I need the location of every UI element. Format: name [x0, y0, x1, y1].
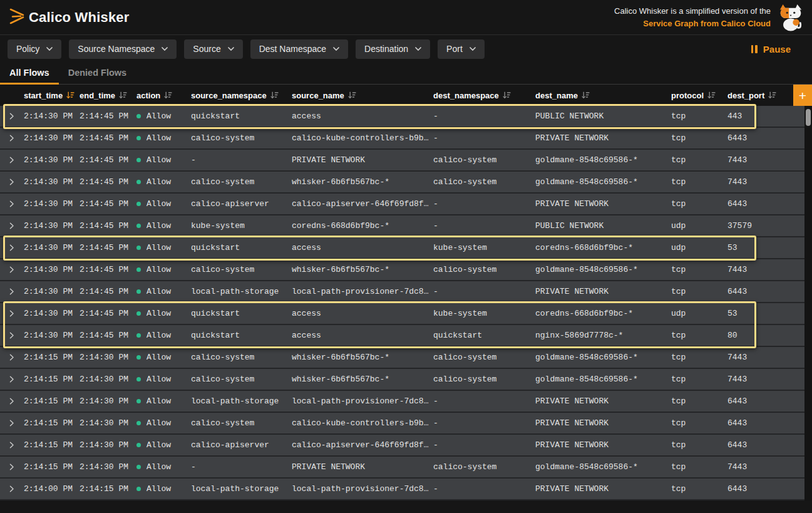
cell-action: Allow [136, 375, 191, 384]
tagline-text: Calico Whisker is a simplified version o… [614, 5, 771, 18]
cell-start-time: 2:14:30 PM [24, 309, 80, 318]
table-row[interactable]: 2:14:15 PM2:14:30 PMAllowcalico-systemwh… [0, 369, 804, 391]
expand-chevron-icon[interactable] [0, 113, 24, 120]
cell-action: Allow [136, 353, 191, 362]
expand-chevron-icon[interactable] [0, 179, 24, 185]
cell-dest-name: goldmane-8548c69586-* [535, 265, 671, 274]
cell-dest-port: 6443 [727, 440, 804, 450]
expand-chevron-icon[interactable] [0, 266, 24, 273]
filter-button-destination[interactable]: Destination [356, 39, 430, 59]
expand-chevron-icon[interactable] [0, 157, 24, 163]
cell-dest-port: 7443 [727, 353, 804, 362]
cell-source-namespace: local-path-storage [191, 287, 292, 296]
column-header-source-name[interactable]: source_name [292, 91, 433, 100]
expand-chevron-icon[interactable] [0, 332, 24, 339]
expand-chevron-icon[interactable] [0, 200, 24, 207]
tab-denied-flows[interactable]: Denied Flows [59, 63, 136, 85]
column-header-end-time[interactable]: end_time [80, 91, 136, 100]
table-row[interactable]: 2:14:30 PM2:14:45 PMAllowcalico-systemwh… [0, 259, 804, 281]
column-header-source-namespace[interactable]: source_namespace [191, 91, 292, 100]
sort-icon [119, 91, 127, 99]
table-row[interactable]: 2:14:30 PM2:14:45 PMAllowquickstartacces… [0, 303, 804, 325]
app-root: Calico Whisker Calico Whisker is a simpl… [0, 0, 812, 513]
brand: Calico Whisker [9, 7, 130, 28]
table-row[interactable]: 2:14:30 PM2:14:45 PMAllowlocal-path-stor… [0, 281, 804, 303]
column-header-dest-namespace[interactable]: dest_namespace [433, 91, 535, 100]
table-row[interactable]: 2:14:15 PM2:14:30 PMAllowcalico-apiserve… [0, 435, 804, 457]
cell-protocol: tcp [671, 331, 727, 340]
cell-dest-name: goldmane-8548c69586-* [535, 155, 671, 165]
cell-dest-name: PRIVATE NETWORK [535, 418, 671, 428]
allow-status-dot [136, 202, 141, 206]
allow-status-dot [136, 399, 141, 403]
filter-button-policy[interactable]: Policy [8, 39, 61, 59]
filter-button-source-namespace[interactable]: Source Namespace [69, 39, 177, 59]
table-row[interactable]: 2:14:30 PM2:14:45 PMAllowquickstartacces… [0, 237, 804, 259]
column-header-dest-name[interactable]: dest_name [535, 91, 671, 100]
cell-action: Allow [136, 177, 191, 187]
add-column-button[interactable]: + [793, 85, 812, 106]
table-row[interactable]: 2:14:30 PM2:14:45 PMAllowquickstartacces… [0, 325, 804, 347]
cell-end-time: 2:14:45 PM [80, 309, 136, 318]
cell-protocol: tcp [671, 462, 727, 472]
table-row[interactable]: 2:14:15 PM2:14:30 PMAllowcalico-systemca… [0, 413, 804, 435]
allow-status-dot [136, 180, 141, 184]
expand-chevron-icon[interactable] [0, 244, 24, 251]
column-header-action[interactable]: action [136, 91, 191, 100]
sort-icon [66, 91, 75, 99]
cell-dest-name: PRIVATE NETWORK [535, 396, 671, 406]
table-row[interactable]: 2:14:00 PM2:14:15 PMAllowlocal-path-stor… [0, 479, 804, 500]
expand-chevron-icon[interactable] [0, 354, 24, 361]
expand-chevron-icon[interactable] [0, 310, 24, 317]
expand-chevron-icon[interactable] [0, 420, 24, 427]
cell-start-time: 2:14:15 PM [24, 462, 80, 472]
table-row[interactable]: 2:14:30 PM2:14:45 PMAllowcalico-systemwh… [0, 172, 804, 194]
expand-chevron-icon[interactable] [0, 288, 24, 295]
expand-chevron-icon[interactable] [0, 222, 24, 229]
column-label: protocol [671, 91, 704, 100]
expand-chevron-icon[interactable] [0, 135, 24, 142]
cell-dest-port: 80 [727, 331, 804, 340]
cell-source-name: coredns-668d6bf9bc-* [292, 221, 433, 231]
cell-dest-name: PUBLIC NETWORK [535, 111, 671, 121]
cell-dest-port: 6443 [727, 133, 804, 143]
cell-source-name: local-path-provisioner-7dc8… [292, 484, 433, 494]
cell-action: Allow [136, 287, 191, 296]
tab-all-flows[interactable]: All Flows [0, 63, 59, 85]
expand-chevron-icon[interactable] [0, 485, 24, 492]
sort-icon [503, 91, 511, 99]
table-row[interactable]: 2:14:30 PM2:14:45 PMAllow-PRIVATE NETWOR… [0, 150, 804, 172]
table-row[interactable]: 2:14:15 PM2:14:30 PMAllow-PRIVATE NETWOR… [0, 457, 804, 479]
column-header-start-time[interactable]: start_time [24, 91, 80, 100]
sort-icon [164, 91, 172, 99]
cell-protocol: tcp [671, 287, 727, 296]
column-header-protocol[interactable]: protocol [671, 91, 727, 100]
column-label: source_namespace [191, 91, 267, 100]
column-label: action [136, 91, 160, 100]
table-row[interactable]: 2:14:30 PM2:14:45 PMAllowquickstartacces… [0, 106, 804, 128]
table-row[interactable]: 2:14:15 PM2:14:30 PMAllowcalico-systemwh… [0, 347, 804, 369]
service-graph-link[interactable]: Service Graph from Calico Cloud [614, 18, 771, 30]
cell-protocol: tcp [671, 440, 727, 450]
scrollbar-thumb[interactable] [806, 109, 811, 126]
chevron-down-icon [470, 47, 476, 51]
vertical-scrollbar[interactable] [804, 106, 812, 500]
pause-button[interactable]: Pause [748, 43, 794, 55]
cell-dest-namespace: calico-system [433, 265, 535, 274]
filter-button-port[interactable]: Port [438, 39, 485, 59]
cell-end-time: 2:14:30 PM [80, 353, 136, 362]
expand-chevron-icon[interactable] [0, 442, 24, 448]
table-row[interactable]: 2:14:30 PM2:14:45 PMAllowcalico-systemca… [0, 128, 804, 150]
expand-chevron-icon[interactable] [0, 464, 24, 470]
table-row[interactable]: 2:14:30 PM2:14:45 PMAllowkube-systemcore… [0, 215, 804, 237]
table-row[interactable]: 2:14:30 PM2:14:45 PMAllowcalico-apiserve… [0, 194, 804, 215]
expand-chevron-icon[interactable] [0, 376, 24, 383]
filter-button-source[interactable]: Source [184, 39, 242, 59]
cell-dest-namespace: - [433, 287, 535, 296]
cell-action: Allow [136, 199, 191, 209]
expand-chevron-icon[interactable] [0, 398, 24, 405]
cell-dest-port: 7443 [727, 177, 804, 187]
filter-button-dest-namespace[interactable]: Dest Namespace [250, 39, 348, 59]
table-row[interactable]: 2:14:15 PM2:14:30 PMAllowlocal-path-stor… [0, 391, 804, 413]
cell-end-time: 2:14:45 PM [80, 331, 136, 340]
